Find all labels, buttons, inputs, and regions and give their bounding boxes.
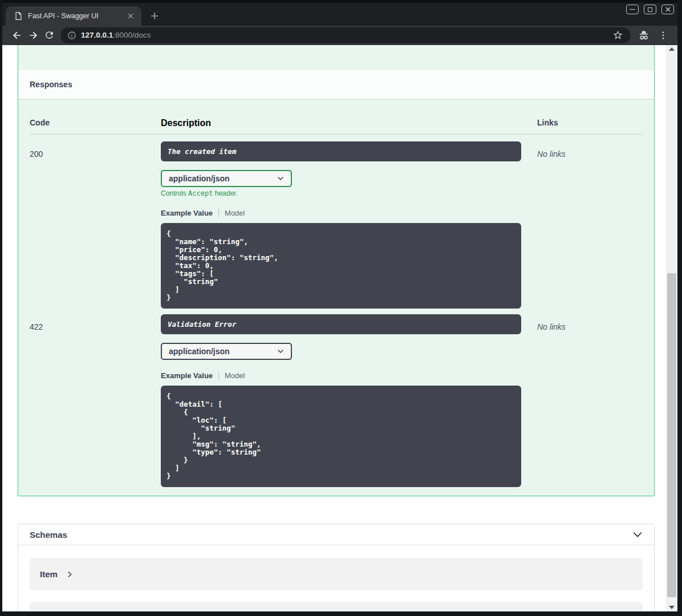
schemas-header[interactable]: Schemas [18,524,654,545]
url-host: 127.0.0.1 [81,31,113,39]
chevron-down-icon [631,528,644,541]
header-description: Description [161,118,521,128]
schemas-title: Schemas [30,530,631,540]
links-value-200: No links [537,149,566,159]
triangle-up-icon [669,47,675,51]
opblock-post-responses: Responses Code Description Links 200 The… [18,45,655,496]
forward-button[interactable] [25,27,41,43]
vertical-scrollbar[interactable] [666,45,677,611]
titlebar: Fast API - Swagger UI [2,0,677,26]
reload-button[interactable] [41,27,57,43]
example-model-tabs-200: Example Value Model [161,209,521,217]
tab-example-value[interactable]: Example Value [161,209,213,217]
response-desc-422: Validation Error application/json Exampl… [161,314,521,487]
responses-section-header: Responses [18,70,654,99]
kebab-menu-icon [658,30,668,40]
response-description-box: The created item [161,141,521,161]
tab-title: Fast API - Swagger UI [28,12,125,20]
browser-tab[interactable]: Fast API - Swagger UI [6,6,141,26]
opblock-body-spacer [18,45,654,70]
accept-header-note: Controls Accept header. [161,189,521,197]
schema-name: Item [40,569,58,579]
header-links: Links [521,118,643,128]
chevron-right-icon [66,570,74,578]
response-description-box: Validation Error [161,314,521,334]
browser-menu-button[interactable] [655,27,672,43]
bookmark-star-button[interactable] [609,27,626,43]
reload-icon [44,30,55,40]
tab-model[interactable]: Model [225,209,245,217]
page-favicon-icon [14,11,23,21]
example-json-422: { "detail": [ { "loc": [ "string" ], "ms… [161,386,521,487]
url-path: :8000/docs [113,31,151,39]
maximize-button[interactable] [644,5,656,14]
links-value-422: No links [537,322,566,331]
response-code-200: 200 [30,141,161,309]
tab-close-icon[interactable] [125,11,136,21]
tabs-divider [218,371,219,380]
header-code: Code [30,118,161,128]
media-type-value: application/json [169,347,276,356]
chevron-down-icon [276,174,285,183]
incognito-button[interactable] [635,27,652,43]
tabs-divider [218,209,219,217]
media-type-select-422[interactable]: application/json [161,343,292,360]
page-content: Responses Code Description Links 200 The… [2,45,677,611]
schemas-section: Schemas Item ValidationError [18,524,655,611]
media-type-select-200[interactable]: application/json [161,170,292,187]
scroll-down-button[interactable] [666,603,677,611]
browser-window: Fast API - Swagger UI [0,0,682,616]
schemas-body: Item ValidationError [18,545,654,611]
response-row-200: 200 The created item application/json Co… [30,135,643,309]
forward-arrow-icon [27,30,39,41]
response-code-422: 422 [30,314,161,487]
triangle-down-icon [669,606,675,609]
tab-model[interactable]: Model [225,371,245,380]
star-icon [612,30,623,40]
media-type-value: application/json [169,174,276,183]
minimize-icon [630,9,635,10]
response-row-422: 422 Validation Error application/json Ex… [30,309,643,487]
example-json-200: { "name": "string", "price": 0, "descrip… [161,223,521,309]
response-desc-200: The created item application/json Contro… [161,141,521,309]
chevron-down-icon [276,347,285,356]
swagger-page: Responses Code Description Links 200 The… [2,45,666,611]
close-icon [665,7,671,12]
back-arrow-icon [11,30,23,41]
responses-title: Responses [30,80,72,89]
close-button[interactable] [661,5,674,14]
browser-toolbar: 127.0.0.1:8000/docs [2,26,677,45]
site-info-icon[interactable] [67,31,76,40]
minimize-button[interactable] [626,5,639,14]
address-bar[interactable]: 127.0.0.1:8000/docs [60,27,631,43]
example-model-tabs-422: Example Value Model [161,371,521,380]
incognito-icon [637,29,651,42]
responses-table: Code Description Links 200 The created i… [18,99,654,487]
window-controls [626,5,674,14]
scroll-up-button[interactable] [666,45,677,53]
new-tab-button[interactable] [147,9,162,23]
maximize-icon [648,7,652,12]
scrollbar-thumb[interactable] [667,273,676,597]
schema-row-validationerror[interactable]: ValidationError [30,602,643,611]
tab-example-value[interactable]: Example Value [161,371,213,380]
schema-row-item[interactable]: Item [30,558,643,590]
url-text[interactable]: 127.0.0.1:8000/docs [81,31,609,39]
responses-table-header: Code Description Links [30,99,643,135]
back-button[interactable] [9,27,25,43]
